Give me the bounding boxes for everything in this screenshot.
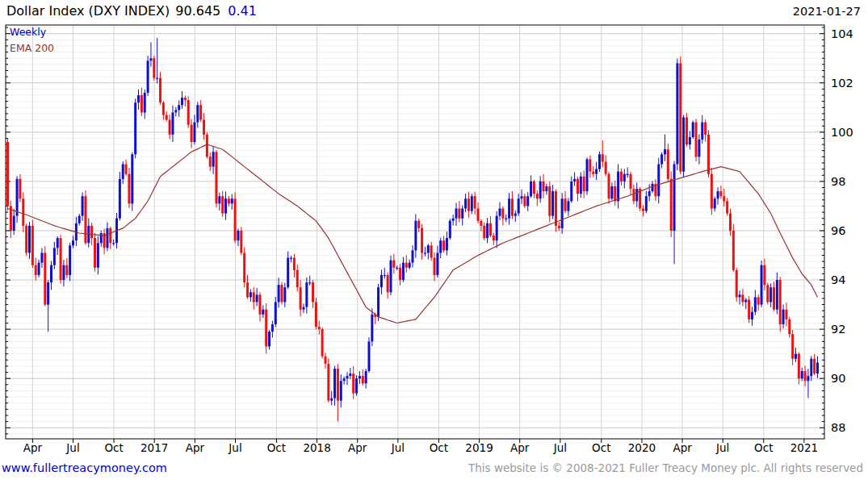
candle <box>203 120 205 135</box>
candle <box>682 118 685 172</box>
candle <box>679 63 681 171</box>
candle <box>417 221 420 228</box>
candle <box>726 201 728 213</box>
candle <box>84 196 86 243</box>
candle <box>212 152 215 166</box>
candle <box>355 378 358 393</box>
x-axis-label: Apr <box>510 441 530 454</box>
candle <box>174 110 177 112</box>
candle <box>137 95 140 102</box>
candle <box>106 228 108 248</box>
candle <box>442 240 445 250</box>
candle <box>505 219 507 219</box>
candle <box>318 327 321 329</box>
candle <box>156 78 158 79</box>
candle <box>493 236 495 240</box>
candle <box>308 282 311 283</box>
candle <box>290 258 292 259</box>
candle <box>249 292 252 297</box>
candle <box>362 376 364 383</box>
candle <box>346 376 348 378</box>
x-axis-label: Apr <box>673 441 692 454</box>
x-axis-label: Oct <box>592 441 610 454</box>
candle <box>396 268 398 269</box>
y-axis-label: 92 <box>831 323 845 336</box>
candle <box>333 369 336 398</box>
candle <box>782 310 785 324</box>
candle <box>664 149 666 154</box>
candle <box>243 252 245 282</box>
candle <box>38 263 40 275</box>
y-axis-label: 102 <box>831 77 853 90</box>
candle <box>399 268 401 280</box>
candle <box>610 186 613 198</box>
candle <box>384 275 386 276</box>
candle <box>598 154 601 169</box>
candle <box>816 362 819 373</box>
candle <box>237 231 239 240</box>
candle <box>589 159 591 171</box>
candle <box>268 332 270 346</box>
candle <box>392 261 395 268</box>
candle <box>402 263 405 280</box>
price-chart[interactable]: 889092949698100102104AprJulOct2017AprJul… <box>0 21 868 458</box>
candle <box>464 198 467 208</box>
y-axis-label: 90 <box>831 372 845 385</box>
candle <box>367 341 370 371</box>
candle <box>305 282 308 307</box>
candle <box>748 299 750 319</box>
candle <box>19 179 21 198</box>
candle <box>514 214 517 216</box>
candle <box>380 275 383 287</box>
candle <box>315 302 317 328</box>
candle <box>548 186 551 216</box>
footer-site-link[interactable]: www.fullertreacymoney.com <box>2 461 167 474</box>
candle <box>349 373 351 376</box>
candle <box>293 258 296 270</box>
candle <box>275 302 277 324</box>
candle <box>761 265 763 305</box>
candle <box>489 223 492 236</box>
candle <box>97 243 99 268</box>
candle <box>667 149 669 179</box>
candle <box>564 198 567 211</box>
candle <box>287 258 289 288</box>
candle <box>234 198 237 240</box>
x-axis-label: Jul <box>553 441 567 454</box>
instrument-title: Dollar Index (DXY INDEX) <box>6 3 170 19</box>
x-axis-label: Oct <box>104 441 123 454</box>
x-axis-label: Apr <box>23 441 43 454</box>
candle <box>112 243 115 244</box>
x-axis-label: Oct <box>267 441 286 454</box>
candle <box>412 250 414 262</box>
candle <box>337 369 339 401</box>
y-axis-label: 94 <box>831 273 845 286</box>
candle <box>228 198 230 203</box>
candle <box>477 208 480 220</box>
candle <box>660 154 663 164</box>
candle <box>486 223 489 238</box>
candle <box>530 182 532 196</box>
candle <box>511 198 514 215</box>
candle <box>704 123 707 135</box>
candle <box>387 275 389 292</box>
candle <box>153 58 155 77</box>
candle <box>729 214 732 231</box>
candle <box>791 334 794 359</box>
candle <box>218 196 220 203</box>
candle <box>776 280 778 310</box>
candle <box>439 240 442 252</box>
candle <box>567 201 569 211</box>
candle <box>296 270 299 287</box>
candle <box>573 179 576 182</box>
candle <box>62 265 65 280</box>
candle <box>754 297 757 311</box>
candle <box>209 156 212 166</box>
footer-copyright: This website is © 2008-2021 Fuller Treac… <box>468 461 863 474</box>
candle <box>739 294 741 297</box>
candle <box>240 231 242 252</box>
candle <box>523 196 526 206</box>
candle <box>711 174 713 209</box>
candle <box>256 294 258 302</box>
candle <box>283 287 286 302</box>
